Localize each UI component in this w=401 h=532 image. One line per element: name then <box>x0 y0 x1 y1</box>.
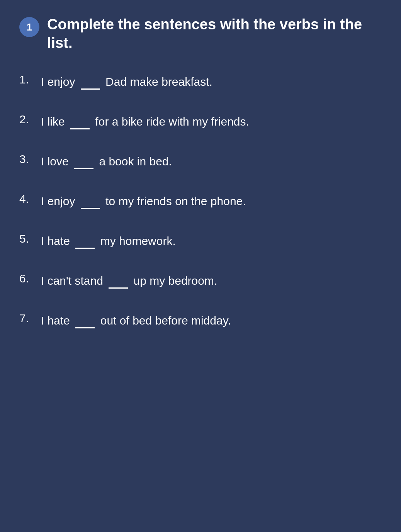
sentence-number: 5. <box>19 231 35 245</box>
sentence-item: 5.I hate my homework. <box>19 231 382 250</box>
sentence-blank <box>109 269 128 289</box>
sentence-blank <box>81 189 100 209</box>
sentence-number: 3. <box>19 151 35 166</box>
sentence-blank <box>70 110 90 129</box>
sentence-item: 7.I hate out of bed before midday. <box>19 310 382 330</box>
sentence-text: I hate my homework. <box>41 231 382 250</box>
sentence-item: 3.I love a book in bed. <box>19 151 382 171</box>
sentence-item: 2.I like for a bike ride with my friends… <box>19 111 382 131</box>
sentence-blank <box>74 150 93 169</box>
sentence-item: 1.I enjoy Dad make breakfast. <box>19 71 382 91</box>
sentence-text: I enjoy to my friends on the phone. <box>41 191 382 211</box>
sentence-text: I love a book in bed. <box>41 151 382 171</box>
sentence-text: I enjoy Dad make breakfast. <box>41 71 382 91</box>
sentence-blank <box>81 70 100 90</box>
sentence-number: 1. <box>19 71 35 86</box>
sentence-blank <box>75 229 95 249</box>
sentence-number: 4. <box>19 191 35 206</box>
sentence-number: 6. <box>19 270 35 285</box>
sentences-list: 1.I enjoy Dad make breakfast.2.I like fo… <box>19 71 382 330</box>
exercise-number-badge: 1 <box>19 17 39 37</box>
sentence-item: 4.I enjoy to my friends on the phone. <box>19 191 382 211</box>
exercise-title: Complete the sentences with the verbs in… <box>47 15 382 52</box>
sentence-text: I like for a bike ride with my friends. <box>41 111 382 131</box>
sentence-item: 6.I can't stand up my bedroom. <box>19 270 382 290</box>
sentence-text: I hate out of bed before midday. <box>41 310 382 330</box>
sentence-number: 7. <box>19 310 35 325</box>
sentence-number: 2. <box>19 111 35 126</box>
exercise-header: 1 Complete the sentences with the verbs … <box>19 15 382 52</box>
sentence-text: I can't stand up my bedroom. <box>41 270 382 290</box>
sentence-blank <box>75 309 95 328</box>
